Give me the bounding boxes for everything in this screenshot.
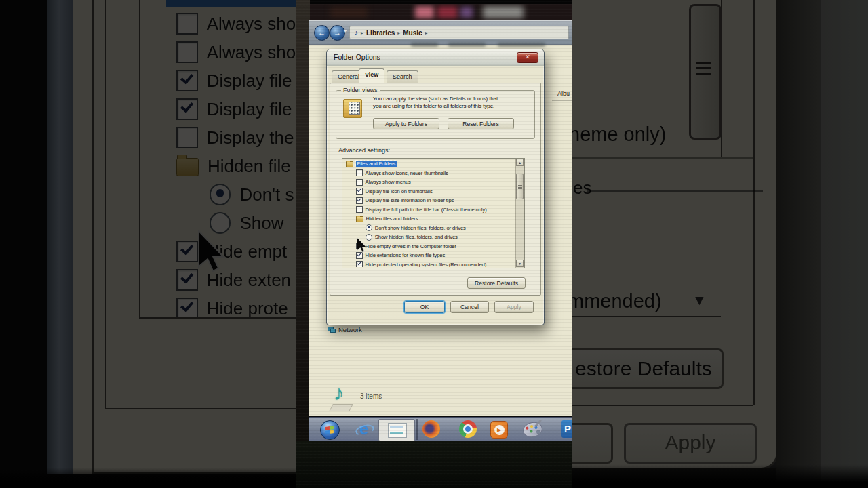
- checkbox-checked[interactable]: [356, 252, 363, 259]
- backdrop-scrollbar-thumb: [689, 4, 722, 140]
- screen-bezel: [296, 0, 310, 441]
- settings-group-row[interactable]: Files and Folders: [343, 159, 515, 169]
- checkbox-checked[interactable]: [356, 197, 363, 204]
- setting-row[interactable]: Display file icon on thumbnails: [343, 187, 515, 197]
- folder-icon[interactable]: [346, 161, 353, 167]
- radio-selected[interactable]: [366, 224, 372, 231]
- tab-view[interactable]: View: [359, 68, 384, 83]
- settings-group-row[interactable]: Hidden file: [133, 152, 296, 180]
- backdrop-window-edge: [47, 0, 73, 474]
- backdrop-scroll-down-icon: ▼: [692, 292, 707, 308]
- settings-group-row[interactable]: Hidden files and folders: [343, 214, 515, 224]
- folder-icon[interactable]: [356, 216, 363, 222]
- folder-icon[interactable]: [176, 158, 199, 176]
- setting-row[interactable]: Display the full path in the title bar (…: [343, 205, 515, 215]
- explorer-taskbar-button[interactable]: [378, 419, 415, 441]
- backdrop-apply-button: Apply: [624, 423, 757, 464]
- network-item[interactable]: Network: [328, 326, 362, 333]
- p-app-button[interactable]: P: [561, 420, 572, 438]
- blurred-toolbar-text: [411, 43, 438, 47]
- setting-row[interactable]: Show hidden files, folders, and drives: [343, 232, 515, 242]
- setting-row[interactable]: Don't s: [133, 180, 296, 209]
- setting-row[interactable]: Display file: [133, 66, 296, 95]
- scroll-down-icon: ▼: [518, 262, 521, 266]
- setting-row[interactable]: Display the: [133, 123, 296, 152]
- apply-to-folders-button[interactable]: Apply to Folders: [373, 118, 439, 129]
- paint-button[interactable]: [521, 420, 544, 439]
- start-button[interactable]: [320, 420, 340, 440]
- setting-label: Hide exten: [207, 270, 291, 291]
- checkbox-unchecked[interactable]: [356, 206, 363, 213]
- breadcrumb-item-music[interactable]: Music: [403, 29, 422, 37]
- checkbox-unchecked[interactable]: [356, 179, 363, 186]
- apply-button[interactable]: Apply: [494, 301, 534, 313]
- restore-defaults-button[interactable]: Restore Defaults: [467, 277, 526, 289]
- chrome-button[interactable]: [459, 420, 477, 438]
- reset-folders-button[interactable]: Reset Folders: [448, 118, 514, 129]
- checkbox-unchecked[interactable]: [176, 127, 198, 148]
- music-library-icon: ♪: [330, 385, 355, 413]
- folder-views-legend: Folder views: [341, 87, 380, 94]
- setting-row[interactable]: Hide empty drives in the Computer folder: [343, 242, 515, 251]
- setting-row[interactable]: Always show menus: [343, 178, 515, 187]
- checkbox-unchecked[interactable]: [176, 41, 198, 63]
- media-player-button[interactable]: ▶: [490, 421, 508, 439]
- setting-label: Display the full path in the title bar (…: [366, 207, 487, 213]
- backdrop-settings-list: Always shoAlways shoDisplay fileDisplay …: [133, 9, 296, 335]
- scroll-up-button[interactable]: ▲: [516, 159, 524, 166]
- setting-label: Always show menus: [366, 179, 411, 185]
- setting-row[interactable]: Display file: [133, 95, 296, 123]
- setting-row[interactable]: Don't show hidden files, folders, or dri…: [343, 224, 515, 233]
- setting-row[interactable]: Always sho: [133, 38, 296, 66]
- setting-label: Display file size information in folder …: [366, 197, 454, 203]
- back-button[interactable]: ←: [314, 25, 330, 41]
- cancel-button[interactable]: Cancel: [450, 301, 489, 313]
- taskbar: e ▶ P: [309, 417, 572, 441]
- close-button[interactable]: ✕: [517, 52, 538, 63]
- network-label: Network: [338, 326, 362, 333]
- setting-row[interactable]: Hide protected operating system files (R…: [343, 260, 515, 268]
- album-column-header[interactable]: Albu: [557, 90, 570, 97]
- advanced-settings-label: Advanced settings:: [338, 147, 390, 154]
- scroll-down-button[interactable]: ▼: [516, 260, 524, 267]
- breadcrumb[interactable]: ♪ ▸ Libraries ▸ Music ▸: [349, 26, 569, 39]
- setting-label: Show hidden files, folders, and drives: [375, 234, 458, 240]
- setting-row[interactable]: Hide extensions for known file types: [343, 251, 515, 260]
- setting-row[interactable]: Always show icons, never thumbnails: [343, 169, 515, 178]
- scrollbar[interactable]: ▲ ▼: [515, 159, 524, 268]
- setting-label: Display file: [207, 70, 292, 92]
- forward-button[interactable]: →: [330, 25, 345, 41]
- window-preview-icon: [388, 423, 407, 438]
- setting-label: Hide protected operating system files (R…: [366, 262, 487, 267]
- checkbox-checked[interactable]: [176, 298, 198, 319]
- screen-photo: ← → ▾ ♪ ▸ Libraries ▸ Music ▸ Albu: [296, 0, 572, 488]
- setting-row[interactable]: Always sho: [133, 9, 296, 38]
- setting-label: Don't s: [239, 184, 294, 205]
- checkbox-checked[interactable]: [176, 70, 198, 92]
- checkbox-checked[interactable]: [176, 241, 198, 262]
- setting-label: Files and Folders: [356, 161, 397, 167]
- folder-views-icon: [343, 99, 362, 118]
- recent-pages-dropdown-icon[interactable]: ▾: [344, 28, 347, 34]
- breadcrumb-item-libraries[interactable]: Libraries: [366, 29, 395, 37]
- item-count-label: 3 items: [360, 392, 382, 400]
- ok-button[interactable]: OK: [404, 301, 445, 313]
- decorative-blob: [415, 6, 434, 18]
- checkbox-checked[interactable]: [356, 188, 363, 195]
- checkbox-checked[interactable]: [356, 261, 363, 267]
- checkbox-unchecked[interactable]: [176, 13, 198, 35]
- backdrop-text-fragment: es: [573, 178, 591, 199]
- advanced-settings-list[interactable]: Files and FoldersAlways show icons, neve…: [342, 158, 525, 268]
- firefox-button[interactable]: [422, 420, 440, 438]
- checkbox-unchecked[interactable]: [356, 169, 363, 176]
- checkbox-checked[interactable]: [176, 269, 198, 291]
- mouse-cursor-icon: [357, 237, 367, 253]
- folder-options-dialog: Folder Options ✕ General View Search Fol…: [326, 49, 545, 325]
- windows-logo-icon: [326, 426, 334, 434]
- setting-row[interactable]: Display file size information in folder …: [343, 196, 515, 205]
- internet-explorer-button[interactable]: e: [355, 420, 373, 438]
- tab-search[interactable]: Search: [387, 70, 418, 83]
- checkbox-checked[interactable]: [176, 98, 198, 120]
- radio-selected[interactable]: [210, 184, 231, 205]
- scrollbar-thumb[interactable]: [516, 174, 524, 199]
